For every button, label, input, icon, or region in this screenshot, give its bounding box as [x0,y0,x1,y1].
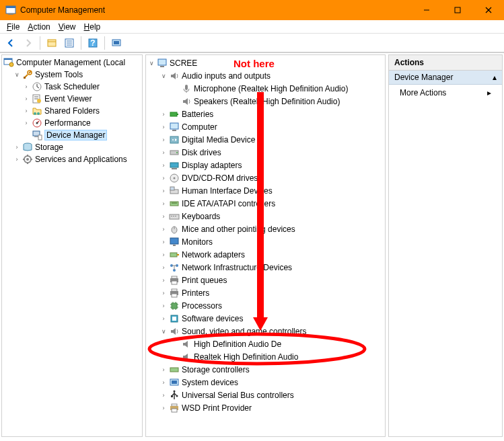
device-realtek-audio[interactable]: Realtek High Definition Audio [147,350,384,363]
device-label: High Definition Audio De [194,339,281,349]
mouse-icon [169,224,180,235]
expand-icon[interactable]: › [159,123,168,131]
show-hide-tree-button[interactable] [44,35,60,51]
maximize-button[interactable] [442,0,473,20]
svg-rect-83 [172,404,177,406]
menu-help[interactable]: Help [81,21,104,33]
expand-icon[interactable]: › [22,83,30,91]
hid-icon [169,186,180,196]
tree-label: Task Scheduler [44,82,100,91]
device-processors[interactable]: ›Processors [147,299,384,312]
tree-storage[interactable]: › Storage [3,141,141,153]
device-display-adapters[interactable]: ›Display adapters [147,159,384,171]
svg-rect-64 [177,254,179,255]
expand-icon[interactable]: › [22,95,30,103]
device-disk-drives[interactable]: ›Disk drives [147,146,384,159]
device-dvd[interactable]: ›DVD/CD-ROM drives [147,171,384,184]
console-tree[interactable]: Computer Management (Local ∨ System Tool… [2,55,142,167]
svg-rect-42 [172,130,176,131]
expand-icon[interactable]: › [159,149,168,157]
collapse-icon[interactable]: ∨ [159,72,168,80]
expand-icon[interactable]: › [22,107,30,115]
expand-icon[interactable]: › [159,136,168,144]
device-sound-video-game[interactable]: ∨Sound, video and game controllers [147,325,384,337]
expand-icon[interactable]: › [22,119,30,127]
expand-icon[interactable]: › [159,238,168,246]
forward-button[interactable] [20,35,36,51]
tree-label: Computer Management (Local [16,58,125,67]
expand-icon[interactable]: › [159,302,168,310]
device-monitors[interactable]: ›Monitors [147,235,384,248]
device-hd-audio[interactable]: High Definition Audio De [147,337,384,350]
help-button[interactable]: ? [85,35,101,51]
keyboard-icon [169,211,180,222]
device-print-queues[interactable]: ›Print queues [147,274,384,286]
actions-more-actions[interactable]: More Actions ▸ [389,85,502,101]
expand-icon[interactable]: › [159,110,168,118]
device-system-devices[interactable]: ›System devices [147,376,384,389]
device-printers[interactable]: ›Printers [147,286,384,299]
tree-performance[interactable]: › Performance [3,117,141,129]
svg-point-82 [176,395,178,397]
tree-task-scheduler[interactable]: › Task Scheduler [3,81,141,93]
device-tree[interactable]: ∨SCREE ∨Audio inputs and outputs Microph… [146,55,385,415]
expand-icon[interactable]: › [159,251,168,259]
device-audio-io[interactable]: ∨Audio inputs and outputs [147,69,384,82]
device-usb[interactable]: ›Universal Serial Bus controllers [147,389,384,401]
expand-icon[interactable]: › [159,276,168,284]
expand-icon[interactable]: › [159,212,168,220]
tree-root-computer-management[interactable]: Computer Management (Local [3,56,141,69]
expand-icon[interactable]: › [159,187,168,195]
device-storage-controllers[interactable]: ›Storage controllers [147,363,384,376]
actions-section-device-manager[interactable]: Device Manager ▴ [389,71,502,85]
device-speakers[interactable]: Speakers (Realtek High Definition Audio) [147,95,384,108]
expand-icon[interactable]: › [159,174,168,182]
device-microphone[interactable]: Microphone (Realtek High Definition Audi… [147,82,384,95]
collapse-icon[interactable]: ∨ [147,59,155,67]
device-ide[interactable]: ›IDE ATA/ATAPI controllers [147,197,384,210]
svg-rect-2 [8,14,13,15]
menu-file[interactable]: File [4,21,22,33]
svg-text:?: ? [90,38,95,48]
device-computer[interactable]: ›Computer [147,120,384,133]
device-keyboards[interactable]: ›Keyboards [147,210,384,223]
back-button[interactable] [3,35,19,51]
expand-icon[interactable]: › [159,161,168,169]
collapse-icon[interactable]: ∨ [159,327,168,335]
expand-icon[interactable]: › [159,366,168,374]
device-label: WSD Print Provider [182,403,252,413]
menu-view[interactable]: View [56,21,79,33]
tree-shared-folders[interactable]: › Shared Folders [3,105,141,117]
device-digital-media[interactable]: ›Digital Media Device [147,133,384,146]
device-hid[interactable]: ›Human Interface Devices [147,184,384,197]
device-wsd[interactable]: ›WSD Print Provider [147,401,384,414]
expand-icon[interactable]: › [159,404,168,412]
svg-rect-63 [170,253,177,257]
device-network-infra[interactable]: ›Network Infrastructure Devices [147,261,384,274]
expand-icon[interactable]: › [159,289,168,297]
tree-services-applications[interactable]: › Services and Applications [3,153,141,165]
expand-icon[interactable]: › [159,391,168,399]
expand-icon[interactable]: › [159,378,168,387]
expand-icon[interactable]: › [159,200,168,208]
tree-event-viewer[interactable]: › Event Viewer [3,93,141,105]
properties-button[interactable] [61,35,77,51]
expand-icon[interactable]: › [159,264,168,272]
close-button[interactable] [473,0,504,20]
device-network-adapters[interactable]: ›Network adapters [147,248,384,261]
device-mice[interactable]: ›Mice and other pointing devices [147,223,384,235]
device-label: Human Interface Devices [182,186,273,196]
expand-icon[interactable]: › [159,225,168,233]
scan-hardware-button[interactable] [108,35,124,51]
minimize-button[interactable] [411,0,442,20]
expand-icon[interactable]: › [13,143,21,151]
expand-icon[interactable]: › [13,155,21,163]
menu-action[interactable]: Action [25,21,52,33]
collapse-icon[interactable]: ∨ [13,71,21,79]
device-batteries[interactable]: ›Batteries [147,108,384,120]
tree-system-tools[interactable]: ∨ System Tools [3,69,141,81]
expand-icon[interactable]: › [159,315,168,323]
svg-rect-41 [170,123,178,129]
device-software[interactable]: ›Software devices [147,312,384,325]
tree-device-manager[interactable]: Device Manager [3,129,141,141]
